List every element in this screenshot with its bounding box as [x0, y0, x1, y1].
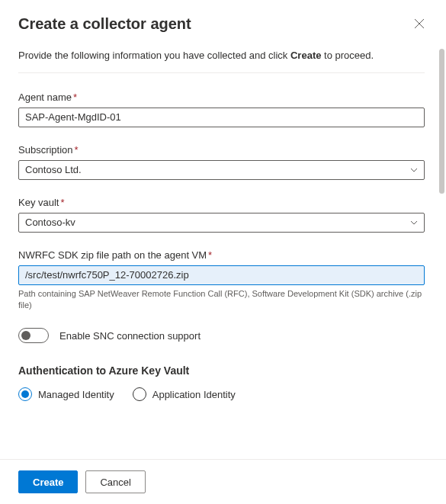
intro-suffix: to proceed. [321, 50, 374, 61]
required-indicator: * [60, 197, 64, 208]
page-title: Create a collector agent [18, 15, 191, 33]
subscription-dropdown[interactable]: Contoso Ltd. [18, 160, 425, 180]
subscription-label-text: Subscription [18, 144, 73, 156]
toggle-thumb [21, 331, 30, 340]
create-button[interactable]: Create [18, 470, 78, 493]
snc-toggle[interactable] [18, 328, 49, 343]
radio-icon [18, 387, 32, 401]
managed-identity-label: Managed Identity [38, 389, 114, 400]
sdk-path-helper: Path containing SAP NetWeaver Remote Fun… [18, 288, 425, 312]
snc-toggle-label: Enable SNC connection support [59, 330, 201, 342]
divider [18, 72, 425, 73]
key-vault-dropdown[interactable]: Contoso-kv [18, 213, 425, 233]
key-vault-label-text: Key vault [18, 197, 59, 208]
radio-icon [133, 387, 146, 401]
close-icon [414, 18, 425, 31]
subscription-value: Contoso Ltd. [25, 164, 82, 175]
auth-section-heading: Authentication to Azure Key Vault [18, 364, 425, 377]
agent-name-label-text: Agent name [18, 91, 72, 103]
required-indicator: * [75, 144, 79, 156]
required-indicator: * [208, 249, 212, 261]
intro-bold: Create [290, 50, 321, 61]
application-identity-label: Application Identity [152, 389, 236, 400]
scrollbar-thumb[interactable] [439, 49, 444, 194]
agent-name-input[interactable] [18, 108, 425, 127]
key-vault-label: Key vault* [18, 197, 425, 208]
form-scroll-area[interactable]: Provide the following information you ha… [18, 48, 428, 504]
subscription-label: Subscription* [18, 144, 425, 156]
sdk-path-label-text: NWRFC SDK zip file path on the agent VM [18, 249, 207, 261]
cancel-button[interactable]: Cancel [85, 470, 145, 493]
sdk-path-label: NWRFC SDK zip file path on the agent VM* [18, 249, 425, 261]
required-indicator: * [73, 91, 77, 103]
application-identity-radio[interactable]: Application Identity [133, 387, 236, 401]
managed-identity-radio[interactable]: Managed Identity [18, 387, 114, 401]
intro-text: Provide the following information you ha… [18, 48, 425, 63]
close-button[interactable] [411, 15, 428, 34]
sdk-path-input[interactable] [18, 265, 425, 285]
intro-prefix: Provide the following information you ha… [18, 50, 290, 61]
key-vault-value: Contoso-kv [25, 217, 75, 228]
agent-name-label: Agent name* [18, 91, 425, 103]
